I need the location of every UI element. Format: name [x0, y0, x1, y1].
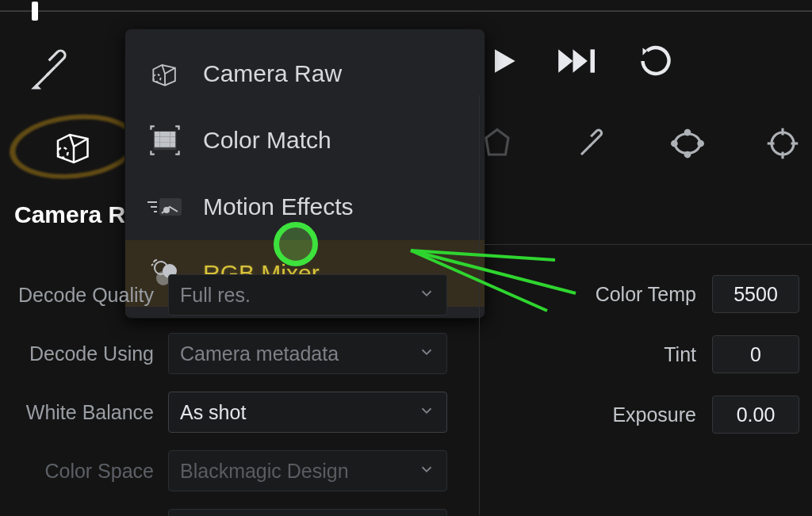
chevron-down-icon — [418, 401, 435, 424]
exposure-field[interactable]: 0.00 — [712, 396, 799, 434]
svg-rect-12 — [155, 143, 159, 146]
svg-point-32 — [772, 132, 794, 155]
camera-raw-tab[interactable] — [30, 123, 117, 170]
svg-rect-14 — [166, 143, 169, 146]
decode-quality-label: Decode Quality — [0, 284, 154, 307]
menu-item-label: Motion Effects — [203, 193, 354, 220]
select-value: Full res. — [180, 284, 251, 307]
white-balance-select[interactable]: As shot — [168, 392, 447, 433]
timeline-track[interactable] — [0, 10, 812, 12]
field-value: 0.00 — [737, 403, 776, 426]
next-icon[interactable] — [554, 44, 600, 78]
svg-point-27 — [675, 134, 700, 154]
chevron-down-icon — [418, 342, 435, 365]
decode-using-label: Decode Using — [0, 342, 154, 365]
loop-icon[interactable] — [634, 44, 678, 78]
field-value: 5500 — [733, 283, 778, 306]
menu-item-camera-raw[interactable]: Camera Raw — [125, 40, 485, 107]
menu-item-color-match[interactable]: Color Match — [125, 107, 485, 174]
tint-label: Tint — [664, 343, 696, 366]
color-space-label: Color Space — [0, 460, 154, 483]
decode-quality-select[interactable]: Full res. — [168, 274, 447, 315]
svg-rect-9 — [161, 138, 164, 141]
svg-rect-7 — [171, 132, 174, 136]
color-temp-label: Color Temp — [596, 283, 696, 306]
svg-rect-0 — [591, 49, 596, 72]
svg-point-31 — [699, 141, 703, 146]
exposure-label: Exposure — [612, 403, 696, 426]
svg-rect-8 — [155, 138, 159, 141]
svg-point-29 — [685, 152, 690, 157]
color-temp-field[interactable]: 5500 — [712, 275, 799, 313]
select-value: As shot — [180, 401, 246, 424]
horizontal-divider — [479, 244, 812, 245]
gamma-select[interactable]: Blackmagi…sign Film — [168, 509, 447, 516]
menu-item-label: Color Match — [203, 127, 331, 154]
svg-rect-10 — [166, 138, 169, 141]
menu-item-motion-effects[interactable]: Motion Effects — [125, 174, 485, 240]
camera-raw-icon — [146, 55, 184, 93]
play-icon[interactable] — [486, 44, 521, 78]
menu-item-label: Camera Raw — [203, 60, 342, 87]
eyedropper-tool-icon[interactable] — [28, 44, 79, 97]
camera-raw-numeric-settings: Color Temp 5500 Tint 0 Exposure 0.00 — [508, 275, 799, 456]
select-value: Blackmagic Design — [180, 460, 349, 483]
select-value: Camera metadata — [180, 342, 339, 365]
svg-rect-4 — [155, 132, 159, 136]
svg-rect-11 — [171, 138, 174, 141]
panel-title: Camera R — [14, 201, 125, 228]
tint-field[interactable]: 0 — [712, 335, 799, 373]
color-match-icon — [146, 121, 184, 159]
white-balance-label: White Balance — [0, 401, 154, 424]
chevron-down-icon — [418, 460, 435, 483]
crosshair-icon[interactable] — [766, 127, 799, 163]
svg-rect-13 — [161, 143, 164, 146]
vertical-divider — [479, 95, 480, 515]
camera-raw-settings: Decode Quality Full res. Decode Using Ca… — [0, 274, 469, 516]
svg-rect-6 — [166, 132, 169, 136]
svg-rect-15 — [171, 143, 174, 146]
field-value: 0 — [750, 343, 761, 366]
geometry-icon[interactable] — [481, 127, 514, 163]
svg-point-28 — [685, 130, 690, 135]
tracker-icon[interactable] — [671, 127, 704, 163]
chevron-down-icon — [418, 284, 435, 307]
eyedropper-icon[interactable] — [576, 127, 609, 163]
svg-rect-5 — [161, 132, 164, 136]
color-space-select[interactable]: Blackmagic Design — [168, 450, 447, 491]
motion-effects-icon — [146, 188, 184, 226]
decode-using-select[interactable]: Camera metadata — [168, 333, 447, 374]
svg-point-30 — [672, 141, 677, 146]
playhead[interactable] — [32, 2, 38, 21]
